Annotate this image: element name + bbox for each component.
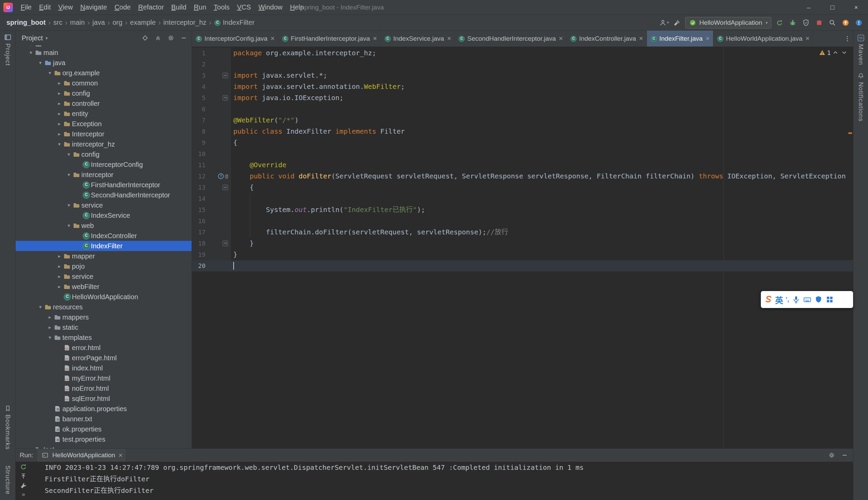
code-line-1[interactable]: 1package org.example.interceptor_hz;	[192, 47, 853, 59]
chevron-right-icon[interactable]: ▸	[55, 100, 64, 106]
collapse-all-button[interactable]	[154, 34, 162, 42]
chevron-down-icon[interactable]: ▾	[36, 60, 45, 66]
tree-item-firsthandlerinterceptor[interactable]: FirstHandlerInterceptor	[15, 180, 192, 190]
tree-item-test-properties[interactable]: test.properties	[15, 434, 192, 444]
tab-close-icon[interactable]: ×	[559, 35, 563, 42]
virtual-keyboard-icon[interactable]	[803, 295, 812, 304]
inspections-widget[interactable]: 1	[818, 48, 848, 57]
more-actions-icon[interactable]: »	[22, 491, 25, 498]
run-tab-close-icon[interactable]: ×	[119, 452, 123, 459]
notifications-icon[interactable]	[857, 72, 865, 80]
breadcrumb-org[interactable]: org	[111, 18, 124, 27]
code-line-19[interactable]: 19}	[192, 249, 853, 260]
code-line-8[interactable]: 8public class IndexFilter implements Fil…	[192, 126, 853, 137]
tree-item-service[interactable]: ▾service	[15, 200, 192, 210]
tree-item-org-example[interactable]: ▾org.example	[15, 68, 192, 78]
tree-item-interceptor[interactable]: ▸Interceptor	[15, 129, 192, 139]
tree-item-indexfilter[interactable]: IndexFilter	[15, 241, 192, 251]
tool-stripe-maven[interactable]: Maven	[857, 44, 865, 65]
tab-firsthandlerinterceptor-java[interactable]: FirstHandlerInterceptor.java×	[278, 31, 381, 46]
run-configuration-select[interactable]: HelloWorldApplication ▾	[685, 17, 771, 29]
tool-stripe-bookmarks[interactable]: Bookmarks	[4, 414, 12, 450]
code-line-10[interactable]: 10	[192, 148, 853, 159]
code-line-7[interactable]: 7@WebFilter("/*")	[192, 115, 853, 126]
tree-item-entity[interactable]: ▸entity	[15, 109, 192, 119]
console-output[interactable]: INFO 2023-01-23 14:27:47:789 org.springf…	[31, 462, 853, 500]
chevron-right-icon[interactable]: ▸	[55, 111, 64, 117]
code-line-3[interactable]: 3−import javax.servlet.*;	[192, 70, 853, 81]
chevron-down-icon[interactable]: ▾	[65, 151, 73, 157]
project-panel-title[interactable]: Project	[22, 34, 43, 42]
code-line-18[interactable]: 18¬ }	[192, 238, 853, 249]
chevron-right-icon[interactable]: ▸	[55, 121, 64, 127]
tab-close-icon[interactable]: ×	[447, 35, 451, 42]
tree-item-service[interactable]: ▸service	[15, 271, 192, 282]
ime-punctuation-toggle[interactable]: ’,	[786, 296, 789, 303]
tree-item-interceptor[interactable]: ▾interceptor	[15, 170, 192, 180]
code-line-6[interactable]: 6	[192, 103, 853, 115]
tree-item-interceptor-hz[interactable]: ▾interceptor_hz	[15, 139, 192, 149]
tab-indexfilter-java[interactable]: IndexFilter.java×	[647, 31, 714, 46]
chevron-right-icon[interactable]: ▸	[55, 284, 64, 290]
window-maximize-button[interactable]: □	[821, 0, 844, 14]
bookmarks-icon[interactable]	[4, 404, 12, 412]
tab-close-icon[interactable]: ×	[639, 35, 643, 42]
panel-settings-button[interactable]	[166, 34, 175, 42]
tree-item-controller[interactable]: ▸controller	[15, 98, 192, 109]
debug-button[interactable]	[788, 18, 798, 28]
build-project-button[interactable]	[672, 18, 682, 28]
menu-tools[interactable]: Tools	[210, 3, 233, 11]
menu-file[interactable]: File	[17, 3, 35, 11]
run-tab[interactable]: HelloWorldApplication ×	[37, 449, 126, 462]
tab-indexservice-java[interactable]: IndexService.java×	[381, 31, 455, 46]
code-line-4[interactable]: 4import javax.servlet.annotation.WebFilt…	[192, 81, 853, 92]
menu-refactor[interactable]: Refactor	[134, 3, 167, 11]
code-line-2[interactable]: 2	[192, 59, 853, 70]
project-tool-window-icon[interactable]	[4, 33, 12, 42]
update-available-icon[interactable]	[841, 18, 851, 28]
chevron-down-icon[interactable]: ▾	[45, 36, 48, 41]
fold-collapse-icon[interactable]: −	[222, 72, 228, 78]
stop-button[interactable]	[814, 18, 824, 28]
menu-view[interactable]: View	[55, 3, 77, 11]
run-settings-icon[interactable]	[827, 451, 836, 459]
tool-stripe-notifications[interactable]: Notifications	[857, 82, 865, 122]
tree-item-templates[interactable]: ▾templates	[15, 332, 192, 343]
tree-item-web[interactable]: ▾web	[15, 220, 192, 231]
chevron-right-icon[interactable]: ▸	[55, 263, 64, 269]
menu-build[interactable]: Build	[167, 3, 190, 11]
code-line-9[interactable]: 9{	[192, 137, 853, 148]
error-stripe-mark[interactable]	[848, 132, 852, 134]
tree-item-indexcontroller[interactable]: IndexController	[15, 231, 192, 241]
breadcrumb-indexfilter[interactable]: IndexFilter	[212, 18, 256, 27]
select-opened-file-button[interactable]	[141, 34, 150, 42]
window-close-button[interactable]: ×	[844, 0, 868, 14]
microphone-icon[interactable]	[792, 295, 800, 304]
menu-navigate[interactable]: Navigate	[77, 3, 111, 11]
tree-item-webfilter[interactable]: ▸webFilter	[15, 282, 192, 292]
tree-item-config[interactable]: ▸config	[15, 88, 192, 98]
code-line-20[interactable]: 20	[192, 260, 853, 271]
tab-close-icon[interactable]: ×	[373, 35, 377, 42]
chevron-down-icon[interactable]: ▾	[45, 334, 54, 341]
next-warning-icon[interactable]	[840, 48, 848, 57]
tree-item-mapper[interactable]: ▸mapper	[15, 251, 192, 261]
tree-item-pojo[interactable]: ▸pojo	[15, 261, 192, 271]
tree-item-test[interactable]: ▸test	[15, 444, 192, 448]
tree-item-indexservice[interactable]: IndexService	[15, 210, 192, 220]
breadcrumb-interceptor-hz[interactable]: interceptor_hz	[162, 18, 208, 27]
scroll-to-top-icon[interactable]	[19, 472, 28, 481]
chevron-right-icon[interactable]: ▸	[45, 324, 54, 330]
chevron-down-icon[interactable]: ▾	[26, 45, 35, 47]
code-line-14[interactable]: 14	[192, 193, 853, 204]
sogou-logo-icon[interactable]	[764, 295, 773, 304]
tree-item-application-properties[interactable]: application.properties	[15, 404, 192, 414]
ime-skin-icon[interactable]	[814, 295, 823, 304]
chevron-right-icon[interactable]: ▸	[55, 80, 64, 86]
chevron-down-icon[interactable]: ▾	[55, 141, 64, 147]
tab-close-icon[interactable]: ×	[270, 35, 275, 42]
prev-warning-icon[interactable]	[831, 48, 840, 57]
tab-helloworldapplication-java[interactable]: HelloWorldApplication.java×	[714, 31, 813, 46]
menu-edit[interactable]: Edit	[35, 3, 54, 11]
window-minimize-button[interactable]: –	[797, 0, 821, 14]
